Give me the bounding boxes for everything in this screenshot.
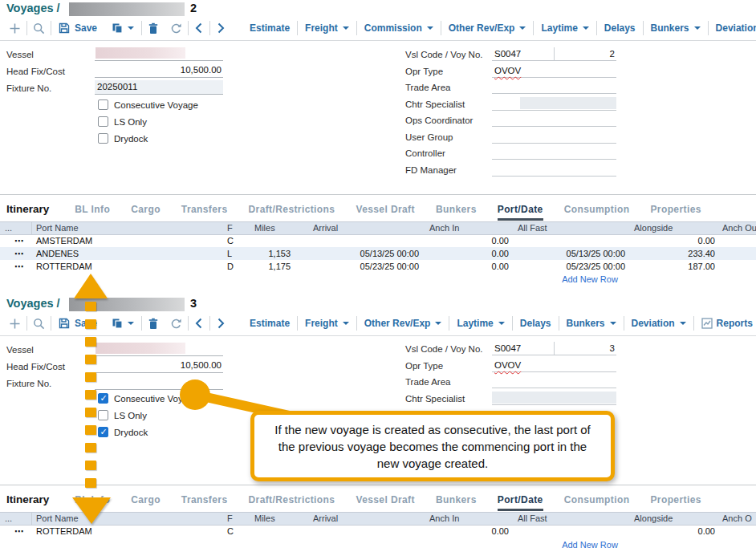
search-button[interactable] [27, 314, 51, 333]
laytime-menu[interactable]: Laytime [534, 18, 595, 38]
trade-area-field[interactable] [492, 375, 616, 388]
annotation-arrow-dot [85, 337, 96, 347]
search-button[interactable] [27, 18, 51, 38]
bunkers-menu[interactable]: Bunkers [559, 314, 624, 333]
user-group-field[interactable] [492, 130, 616, 144]
deviation-menu[interactable]: Deviation [709, 18, 756, 38]
copy-button[interactable] [104, 18, 141, 38]
commission-menu[interactable]: Commission [357, 18, 441, 38]
vessel-field[interactable] [95, 47, 223, 61]
row-menu-icon[interactable]: ⋯ [0, 525, 32, 538]
row-menu-icon[interactable]: ⋯ [0, 247, 32, 260]
copy-button[interactable] [104, 314, 141, 333]
chevron-left-icon [194, 318, 204, 329]
copy-icon [112, 318, 123, 329]
cell-all-fast[interactable] [514, 525, 630, 538]
tab-vessel-draft[interactable]: Vessel Draft [356, 494, 415, 509]
delays-button[interactable]: Delays [513, 314, 559, 333]
tab-cargo[interactable]: Cargo [131, 204, 161, 218]
tab-draft-restrictions[interactable]: Draft/Restrictions [249, 204, 335, 218]
vsl-code-field[interactable]: S0047 2 [492, 47, 616, 61]
table-row[interactable]: ⋯ AMSTERDAM C 0.00 0.00 [0, 234, 756, 247]
trade-area-field[interactable] [492, 80, 616, 94]
ls-only-checkbox[interactable]: LS Only [98, 409, 147, 421]
delays-button[interactable]: Delays [597, 18, 643, 38]
vessel-field[interactable] [95, 342, 223, 356]
row-menu-icon[interactable]: ⋯ [0, 234, 32, 247]
cell-all-fast[interactable]: 05/13/25 00:00 [514, 247, 630, 260]
delete-button[interactable] [142, 18, 165, 38]
estimate-button[interactable]: Estimate [242, 314, 297, 333]
opr-type-field[interactable]: OVOV [492, 359, 616, 372]
toolbar-divider [0, 335, 756, 336]
redacted-vessel-name [96, 343, 185, 354]
cell-port-name: ROTTERDAM [32, 260, 225, 273]
deviation-menu[interactable]: Deviation [624, 314, 693, 333]
estimate-button[interactable]: Estimate [242, 18, 297, 38]
prev-voyage-button[interactable] [189, 18, 209, 38]
tab-port-date[interactable]: Port/Date [498, 204, 543, 221]
row-menu-icon[interactable]: ⋯ [0, 260, 32, 273]
tab-vessel-draft[interactable]: Vessel Draft [356, 204, 415, 218]
table-row[interactable]: ⋯ ROTTERDAM C 0.00 0.00 [0, 525, 756, 538]
tab-consumption[interactable]: Consumption [564, 494, 630, 509]
ls-only-checkbox[interactable]: LS Only [98, 116, 147, 128]
freight-menu[interactable]: Freight [298, 18, 356, 38]
new-button[interactable] [3, 314, 26, 333]
tab-consumption[interactable]: Consumption [564, 204, 630, 218]
cell-all-fast[interactable]: 05/23/25 00:00 [514, 260, 630, 273]
chtr-specialist-field[interactable] [492, 97, 616, 111]
next-voyage-button[interactable] [210, 18, 231, 38]
save-button[interactable]: Save [51, 314, 104, 333]
opr-type-field[interactable]: OVOV [492, 64, 616, 78]
tab-properties[interactable]: Properties [650, 204, 701, 218]
tab-bunkers[interactable]: Bunkers [436, 204, 477, 218]
other-rev-exp-menu[interactable]: Other Rev/Exp [441, 18, 534, 38]
add-new-row-link[interactable]: Add New Row [530, 274, 650, 284]
button-label: Bunkers [651, 22, 689, 34]
controller-label: Controller [405, 148, 445, 158]
table-row[interactable]: ⋯ ANDENES L 1,153 05/13/25 00:00 0.00 05… [0, 247, 756, 260]
chtr-specialist-field[interactable] [492, 392, 616, 405]
head-fix-field[interactable]: 10,500.00 [95, 63, 223, 78]
tab-bunkers[interactable]: Bunkers [436, 494, 477, 509]
tab-draft-restrictions[interactable]: Draft/Restrictions [249, 494, 335, 509]
cell-all-fast[interactable] [514, 234, 630, 247]
bunkers-menu[interactable]: Bunkers [644, 18, 708, 38]
next-voyage-button[interactable] [210, 314, 231, 333]
new-button[interactable] [3, 18, 26, 38]
ops-coordinator-field[interactable] [492, 113, 616, 127]
other-rev-exp-menu[interactable]: Other Rev/Exp [357, 314, 449, 333]
tab-port-date[interactable]: Port/Date [498, 494, 543, 511]
cell-anch-in: 0.00 [424, 525, 514, 538]
search-icon [33, 22, 45, 34]
tab-transfers[interactable]: Transfers [181, 494, 228, 509]
table-row[interactable]: ⋯ ROTTERDAM D 1,175 05/23/25 00:00 0.00 … [0, 260, 756, 273]
head-fix-field[interactable]: 10,500.00 [95, 359, 223, 373]
refresh-button[interactable] [165, 18, 188, 38]
opr-type-label: Opr Type [405, 67, 443, 76]
tab-cargo[interactable]: Cargo [131, 494, 161, 509]
controller-field[interactable] [492, 146, 616, 160]
prev-voyage-button[interactable] [189, 314, 209, 333]
section-divider [0, 485, 756, 485]
tab-bl-info[interactable]: BL Info [75, 204, 110, 218]
reports-menu[interactable]: Reports [694, 314, 756, 333]
add-new-row-link[interactable]: Add New Row [530, 540, 650, 550]
fixture-no-field[interactable]: 20250011 [95, 80, 223, 95]
tab-properties[interactable]: Properties [650, 494, 701, 509]
vessel-label: Vessel [6, 345, 34, 355]
freight-menu[interactable]: Freight [298, 314, 356, 333]
drydock-checkbox[interactable]: Drydock [98, 132, 148, 144]
drydock-checkbox[interactable]: Drydock [98, 426, 148, 438]
delete-button[interactable] [142, 314, 165, 333]
tab-transfers[interactable]: Transfers [181, 204, 228, 218]
chevron-right-icon [216, 318, 226, 329]
ops-coordinator-label: Ops Coordinator [405, 116, 473, 125]
save-button[interactable]: Save [51, 18, 104, 38]
vsl-code-field[interactable]: S0047 3 [492, 342, 616, 355]
consecutive-voyage-checkbox[interactable]: Consecutive Voyage [98, 99, 198, 111]
fd-manager-field[interactable] [492, 163, 616, 177]
laytime-menu[interactable]: Laytime [449, 314, 511, 333]
refresh-button[interactable] [165, 314, 188, 333]
